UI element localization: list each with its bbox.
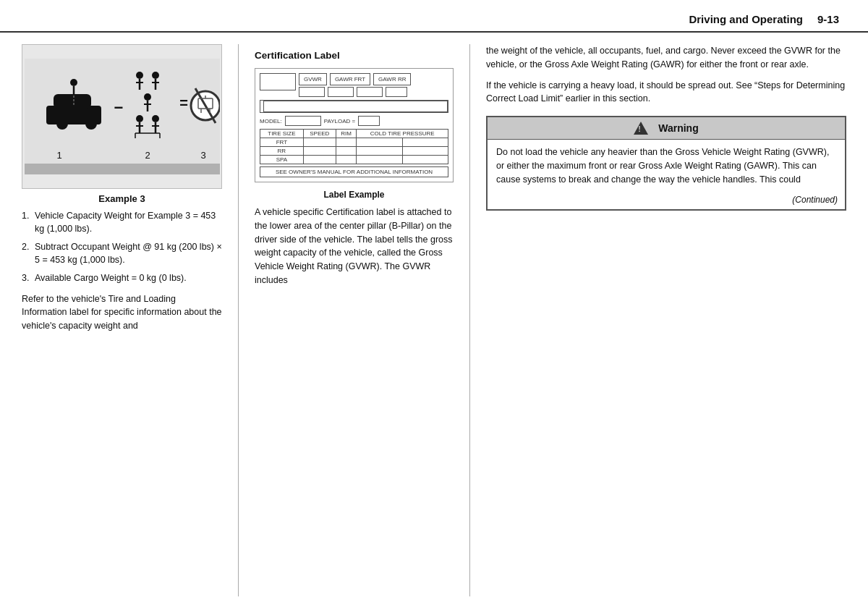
col3-text-2: If the vehicle is carrying a heavy load,…: [486, 79, 846, 106]
cert-tire-table: TIRE SIZE SPEED RIM COLD TIRE PRESSURE F…: [260, 129, 448, 164]
refer-text: Refer to the vehicle's Tire and Loading …: [22, 292, 222, 333]
cert-cold-tire-col: COLD TIRE PRESSURE: [357, 130, 448, 138]
cert-frt-label: FRT: [260, 138, 304, 147]
svg-text:2: 2: [145, 150, 150, 161]
svg-point-15: [144, 93, 151, 101]
svg-point-21: [152, 115, 159, 122]
warning-body: Do not load the vehicle any heavier than…: [488, 140, 845, 192]
list-num-3: 3.: [22, 272, 29, 285]
page-container: Driving and Operating 9-13: [0, 0, 868, 608]
col3-text-1: the weight of the vehicle, all occupants…: [486, 44, 846, 72]
list-item: 3. Available Cargo Weight = 0 kg (0 lbs)…: [22, 272, 222, 285]
list-num-1: 1.: [22, 210, 29, 223]
cert-tire-size-col: TIRE SIZE: [260, 130, 304, 138]
list-text-2: Subtract Occupant Weight @ 91 kg (200 lb…: [35, 242, 222, 265]
list-num-2: 2.: [22, 241, 29, 254]
list-text-1: Vehicle Capacity Weight for Example 3 = …: [35, 211, 216, 234]
svg-point-9: [136, 72, 143, 79]
cert-spa-rim: [336, 156, 357, 164]
cert-top-row: GVWR GAWR FRT GAWR RR: [260, 73, 448, 97]
warning-title: Warning: [658, 122, 698, 134]
cert-gawr-rr-label: GAWR RR: [373, 73, 411, 85]
cert-gawr-frt-label: GAWR FRT: [330, 73, 370, 85]
svg-text:3: 3: [200, 150, 205, 161]
cert-payload-label: PAYLOAD =: [324, 118, 356, 124]
diagram-svg: −: [25, 59, 220, 174]
svg-rect-4: [54, 94, 91, 109]
svg-text:=: =: [179, 95, 188, 111]
page-header: Driving and Operating 9-13: [0, 0, 868, 33]
svg-text:−: −: [114, 98, 123, 117]
cert-rr-label: RR: [260, 147, 304, 156]
cert-rr-cold2: [402, 147, 448, 156]
cert-rim-col: RIM: [336, 130, 357, 138]
cert-speed-col: SPEED: [303, 130, 336, 138]
col2-body-text: A vehicle specific Certification label i…: [255, 206, 454, 287]
content-area: −: [0, 33, 868, 608]
cert-spa-speed: [303, 156, 336, 164]
svg-text:1: 1: [56, 150, 61, 161]
svg-rect-37: [25, 164, 220, 174]
label-example-heading: Label Example: [255, 190, 454, 200]
cert-payload-row: MODEL: PAYLOAD =: [260, 116, 448, 126]
column-1: −: [22, 44, 239, 596]
example-list: 1. Vehicle Capacity Weight for Example 3…: [22, 210, 222, 285]
cert-rr-rim: [336, 147, 357, 156]
cert-gvwr-label: GVWR: [299, 73, 327, 85]
cert-gvwr: [260, 73, 296, 90]
page-number: 9-13: [817, 13, 839, 25]
cert-frt-rim: [336, 138, 357, 147]
list-item: 1. Vehicle Capacity Weight for Example 3…: [22, 210, 222, 235]
cert-label-diagram: GVWR GAWR FRT GAWR RR: [255, 68, 454, 182]
column-3: the weight of the vehicle, all occupants…: [470, 44, 846, 596]
cert-frt-cold1: [357, 138, 402, 147]
warning-triangle-icon: [634, 122, 648, 135]
cert-spa-cold1: [357, 156, 402, 164]
svg-point-12: [152, 72, 159, 79]
cert-spa-label: SPA: [260, 156, 304, 164]
example-diagram: −: [22, 44, 222, 189]
warning-body-text: Do not load the vehicle any heavier than…: [496, 147, 829, 185]
cert-frt-cold2: [402, 138, 448, 147]
list-text-3: Available Cargo Weight = 0 kg (0 lbs).: [35, 273, 187, 283]
cert-rr-speed: [303, 147, 336, 156]
warning-continued: (Continued): [488, 192, 845, 209]
svg-point-18: [136, 115, 143, 122]
cert-rr-cold1: [357, 147, 402, 156]
cert-spa-cold2: [402, 156, 448, 164]
cert-mid-row: [260, 100, 448, 113]
cert-frt-speed: [303, 138, 336, 147]
warning-header: Warning: [488, 117, 845, 140]
cert-model-label: MODEL:: [260, 118, 282, 124]
list-item: 2. Subtract Occupant Weight @ 91 kg (200…: [22, 241, 222, 266]
cert-footer: SEE OWNER'S MANUAL FOR ADDITIONAL INFORM…: [260, 166, 448, 177]
page-title: Driving and Operating: [689, 13, 803, 25]
example-label: Example 3: [22, 193, 222, 204]
column-2: Certification Label GVWR GAWR FRT GAWR R…: [239, 44, 470, 596]
warning-box: Warning Do not load the vehicle any heav…: [486, 116, 846, 211]
svg-point-5: [70, 79, 77, 86]
certification-heading: Certification Label: [255, 50, 454, 61]
